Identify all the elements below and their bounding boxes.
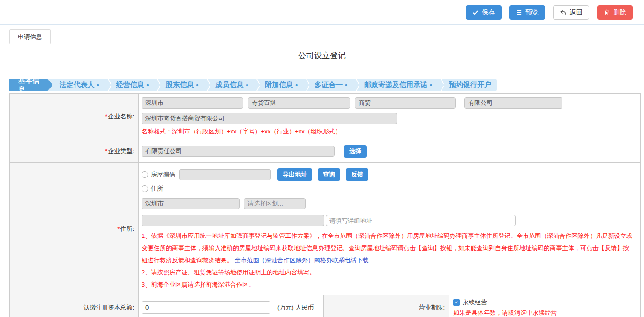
company-full-name-input xyxy=(142,113,397,124)
chevron-separator-icon xyxy=(154,79,160,91)
company-name-industry-input xyxy=(355,97,456,109)
step-bullet: • xyxy=(97,81,99,89)
back-arrow-icon xyxy=(560,9,566,15)
address-street-input xyxy=(142,215,324,226)
business-term-label: 营业期限: xyxy=(419,304,445,311)
residence-radio-label: 住所 xyxy=(151,184,163,193)
step-postal-credit[interactable]: 邮政寄递及信用承诺• xyxy=(359,79,438,91)
company-type-content-cell: 选择 xyxy=(139,140,641,163)
company-type-input xyxy=(142,146,335,157)
address-city-input xyxy=(142,198,240,209)
step-basic-info[interactable]: 基本信息 xyxy=(9,79,53,91)
step-label: 成员信息 xyxy=(215,81,243,89)
save-button[interactable]: 保存 xyxy=(466,5,502,20)
address-notes: 1、依据《深圳市应用统一地址库加强商事登记与监管工作方案》，在全市范围（深汕合作… xyxy=(142,230,635,291)
step-member-info[interactable]: 成员信息• xyxy=(210,79,254,91)
address-detail-input[interactable] xyxy=(326,215,516,226)
house-code-input xyxy=(179,169,271,180)
company-name-label-cell: *企业名称: xyxy=(10,94,139,140)
step-bullet: • xyxy=(430,81,432,89)
chevron-separator-icon xyxy=(105,79,111,91)
chevron-separator-icon xyxy=(204,79,210,91)
capital-unit: (万元) 人民币 xyxy=(277,303,314,312)
check-icon xyxy=(472,9,479,15)
company-name-orgform-input xyxy=(464,97,562,109)
address-district-select: 请选择区划... xyxy=(244,198,306,209)
delete-button[interactable]: 删除 xyxy=(597,5,633,20)
company-name-label: 企业名称: xyxy=(108,113,134,120)
step-additional-info[interactable]: 附加信息• xyxy=(259,79,303,91)
chevron-separator-icon xyxy=(303,79,309,91)
step-label: 法定代表人 xyxy=(60,81,95,89)
company-name-format-note: 名称格式：深圳市（行政区划）+xx（字号）+xx（行业）+xx（组织形式） xyxy=(142,127,636,136)
company-type-label-cell: *企业类型: xyxy=(10,140,139,163)
address-note-1: 1、依据《深圳市应用统一地址库加强商事登记与监管工作方案》，在全市范围（深汕合作… xyxy=(142,232,632,264)
address-note-3: 3、前海企业区属请选择前海深港合作区。 xyxy=(142,279,635,291)
capital-content-cell: (万元) 人民币 xyxy=(139,295,324,317)
step-legal-representative[interactable]: 法定代表人• xyxy=(54,79,105,91)
save-button-label: 保存 xyxy=(482,9,495,15)
preview-button[interactable]: 预览 xyxy=(509,5,545,20)
tab-application-info[interactable]: 申请信息 xyxy=(9,29,51,44)
tab-bar: 申请信息 xyxy=(0,29,644,43)
company-name-content-cell: 名称格式：深圳市（行政区划）+xx（字号）+xx（行业）+xx（组织形式） xyxy=(139,94,641,140)
trash-icon xyxy=(604,9,610,15)
company-name-region-input xyxy=(142,97,243,109)
required-mark: * xyxy=(117,225,120,232)
business-term-label-cell: 营业期限: xyxy=(324,295,449,317)
preview-button-label: 预览 xyxy=(525,9,539,15)
step-label: 邮政寄递及信用承诺 xyxy=(364,81,427,89)
chevron-separator-icon xyxy=(353,79,359,91)
required-mark: * xyxy=(105,113,107,120)
step-bullet: • xyxy=(345,81,347,89)
address-content-cell: 房屋编码 导出地址 查询 反馈 住所 请选择区划... 1、依据《深圳市应用统一… xyxy=(139,163,641,295)
top-toolbar: 保存 预览 返回 删除 xyxy=(0,0,644,25)
delete-button-label: 删除 xyxy=(613,9,626,15)
basic-info-form: *企业名称: 名称格式：深圳市（行政区划）+xx（字号）+xx（行业）+xx（组… xyxy=(9,93,641,317)
step-label: 经营信息 xyxy=(116,81,144,89)
page-title: 公司设立登记 xyxy=(0,50,644,60)
step-multi-certificate[interactable]: 多证合一• xyxy=(309,79,353,91)
capital-label-cell: 认缴注册资本总额: xyxy=(10,295,139,317)
step-label: 附加信息 xyxy=(265,81,293,89)
step-label: 多证合一 xyxy=(315,81,343,89)
required-mark: * xyxy=(105,147,107,155)
step-bullet: • xyxy=(246,81,248,89)
house-code-radio[interactable] xyxy=(142,171,148,178)
company-type-select-button[interactable]: 选择 xyxy=(344,145,367,158)
feedback-button[interactable]: 反馈 xyxy=(346,168,368,181)
house-code-radio-label: 房屋编码 xyxy=(151,170,175,179)
query-button[interactable]: 查询 xyxy=(318,168,340,181)
step-nav: 基本信息 法定代表人• 经营信息• 股东信息• 成员信息• 附加信息• 多证合一… xyxy=(9,79,497,91)
business-term-note: 如果是具体年数，请取消选中永续经营 xyxy=(453,309,637,317)
residence-radio[interactable] xyxy=(142,185,148,192)
export-address-button[interactable]: 导出地址 xyxy=(277,168,312,181)
perpetual-operation-checkbox[interactable] xyxy=(453,299,460,306)
company-name-brand-input xyxy=(248,97,350,109)
address-label: 住所: xyxy=(120,225,134,232)
address-note-2: 2、请按照房产证、租赁凭证等场地使用证明上的地址内容填写。 xyxy=(142,266,635,279)
list-icon xyxy=(516,9,522,15)
step-label: 基本信息 xyxy=(18,76,41,94)
company-type-label: 企业类型: xyxy=(108,147,134,155)
back-button-label: 返回 xyxy=(569,9,583,15)
step-bullet: • xyxy=(147,81,149,89)
step-bullet: • xyxy=(196,81,198,89)
step-bank-account[interactable]: 预约银行开户 xyxy=(443,79,497,91)
capital-input[interactable] xyxy=(142,301,270,314)
step-label: 股东信息 xyxy=(165,81,194,89)
chevron-separator-icon xyxy=(254,79,259,91)
step-label: 预约银行开户 xyxy=(449,81,491,89)
address-label-cell: *住所: xyxy=(10,163,139,295)
back-button[interactable]: 返回 xyxy=(553,5,589,20)
step-shareholder-info[interactable]: 股东信息• xyxy=(160,79,204,91)
chevron-separator-icon xyxy=(438,79,443,91)
address-note-link[interactable]: 全市范围（深汕合作区除外）网格办联系电话下载 xyxy=(235,257,369,264)
step-bullet: • xyxy=(295,81,298,89)
step-business-info[interactable]: 经营信息• xyxy=(111,79,155,91)
business-term-content-cell: 永续经营 如果是具体年数，请取消选中永续经营 xyxy=(449,295,641,317)
capital-label: 认缴注册资本总额: xyxy=(83,304,134,311)
perpetual-operation-label: 永续经营 xyxy=(463,298,487,307)
